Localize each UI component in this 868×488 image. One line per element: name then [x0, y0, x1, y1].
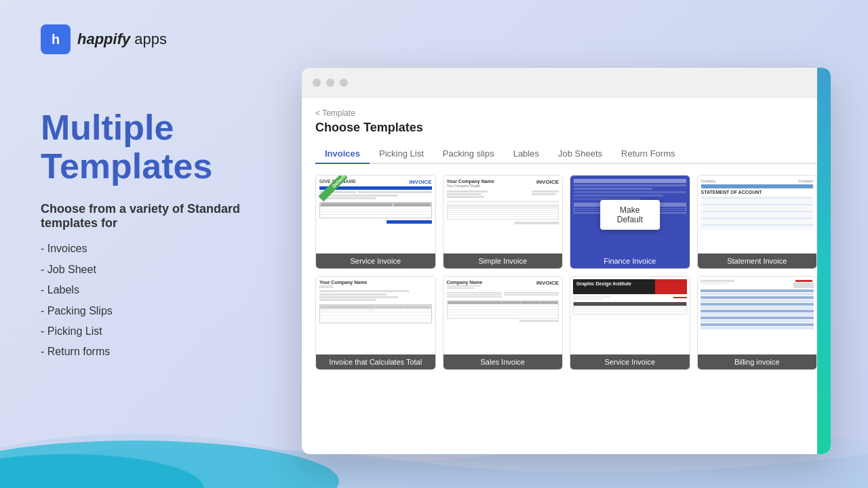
- template-card-service-invoice[interactable]: Default Template GIVE IT A NAME INVOICE: [315, 175, 436, 269]
- breadcrumb[interactable]: < Template: [315, 108, 817, 118]
- template-card-statement-invoice[interactable]: Company Company STATEMENT OF ACCOUNT: [697, 175, 818, 269]
- list-item: - Picking List: [41, 321, 285, 342]
- make-default-button[interactable]: Make Default: [600, 200, 660, 230]
- template-card-finance-invoice[interactable]: Make Default Finance Invoice: [570, 175, 690, 269]
- browser-titlebar: [302, 68, 831, 98]
- template-preview: Your Company Name INVOICE: [316, 277, 435, 354]
- tab-return-forms[interactable]: Return Forms: [612, 144, 684, 164]
- template-preview: Company Name INVOICE: [443, 277, 563, 354]
- template-card-service-invoice-2[interactable]: Graphic Design Institute: [570, 276, 690, 370]
- logo-text: happify apps: [77, 30, 167, 48]
- browser-dot-3: [340, 79, 348, 87]
- template-label: Invoice that Calculates Total: [316, 354, 435, 369]
- list-item: - Invoices: [41, 239, 285, 259]
- left-content: Multiple Templates Choose from a variety…: [41, 108, 285, 363]
- template-label: Finance Invoice: [570, 253, 690, 268]
- template-label: Service Invoice: [316, 253, 435, 268]
- list-item: - Job Sheet: [41, 260, 285, 280]
- template-label: Service Invoice: [570, 354, 690, 369]
- template-label: Statement Invoice: [698, 253, 817, 268]
- tab-job-sheets[interactable]: Job Sheets: [549, 144, 612, 164]
- template-card-simple-invoice[interactable]: Your Company Name Your Company Slogan IN…: [443, 175, 564, 269]
- main-title: Multiple Templates: [41, 108, 285, 186]
- tabs-container: Invoices Picking List Packing slips Labl…: [315, 144, 817, 164]
- template-preview: Default Template GIVE IT A NAME INVOICE: [316, 176, 435, 253]
- logo-icon: h: [41, 24, 71, 54]
- browser-dot-2: [326, 79, 334, 87]
- list-item: - Packing Slips: [41, 301, 285, 321]
- browser-window: < Template Choose Templates Invoices Pic…: [302, 68, 831, 454]
- template-preview: Company Company STATEMENT OF ACCOUNT: [698, 176, 817, 253]
- browser-dot-1: [313, 79, 321, 87]
- template-card-calc-invoice[interactable]: Your Company Name INVOICE: [315, 276, 436, 370]
- tab-packing-slips[interactable]: Packing slips: [433, 144, 504, 164]
- page-title: Choose Templates: [315, 121, 817, 135]
- template-label: Simple Invoice: [443, 253, 563, 268]
- template-preview: Make Default: [570, 176, 690, 253]
- list-item: - Return forms: [41, 342, 285, 362]
- template-card-billing-invoice[interactable]: Billing invoice: [697, 276, 818, 370]
- template-preview: Graphic Design Institute: [570, 277, 690, 354]
- list-item: - Labels: [41, 280, 285, 300]
- right-gradient-bar: [817, 68, 831, 454]
- browser-content: < Template Choose Templates Invoices Pic…: [302, 98, 831, 454]
- template-label: Sales Invoice: [443, 354, 563, 369]
- template-label: Billing invoice: [698, 354, 817, 369]
- logo-area: h happify apps: [41, 24, 167, 54]
- tab-lables[interactable]: Lables: [504, 144, 549, 164]
- template-card-sales-invoice[interactable]: Company Name INVOICE: [443, 276, 564, 370]
- features-list: - Invoices - Job Sheet - Labels - Packin…: [41, 239, 285, 362]
- template-grid-row1: Default Template GIVE IT A NAME INVOICE: [315, 175, 817, 269]
- tab-invoices[interactable]: Invoices: [315, 144, 370, 164]
- template-preview: Your Company Name Your Company Slogan IN…: [443, 176, 563, 253]
- template-preview: [698, 277, 817, 354]
- tab-picking-list[interactable]: Picking List: [370, 144, 433, 164]
- template-grid-row2: Your Company Name INVOICE: [315, 276, 817, 370]
- subtitle: Choose from a variety of Standard templa…: [41, 202, 285, 230]
